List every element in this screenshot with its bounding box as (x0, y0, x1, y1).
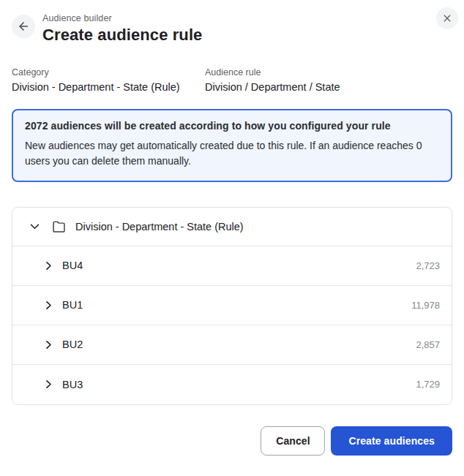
tree-row[interactable]: BU2 2,857 (12, 325, 452, 365)
audience-rule-column: Audience rule Division / Department / St… (205, 67, 398, 93)
tree-row-label: BU3 (62, 379, 83, 390)
tree-row[interactable]: BU1 11,978 (12, 286, 452, 325)
audience-tree: Division - Department - State (Rule) BU4… (12, 207, 452, 405)
audience-rule-label: Audience rule (205, 67, 398, 78)
chevron-right-icon[interactable] (43, 260, 54, 271)
dialog-header: Audience builder Create audience rule (12, 13, 452, 51)
tree-row-count: 1,729 (416, 379, 440, 390)
create-audiences-button[interactable]: Create audiences (331, 426, 452, 456)
tree-rows: BU4 2,723 BU1 11,978 BU2 2,857 BU3 1,729 (12, 246, 452, 404)
breadcrumb: Audience builder (42, 13, 452, 23)
arrow-left-icon (17, 20, 30, 33)
tree-row-count: 2,857 (416, 339, 440, 350)
dialog-footer: Cancel Create audiences (12, 426, 452, 456)
rule-summary: Category Division - Department - State (… (12, 67, 452, 93)
tree-root-row[interactable]: Division - Department - State (Rule) (12, 208, 452, 246)
category-column: Category Division - Department - State (… (12, 67, 205, 93)
chevron-right-icon[interactable] (43, 339, 54, 350)
folder-icon (51, 219, 67, 234)
tree-row[interactable]: BU3 1,729 (12, 365, 452, 404)
tree-row-label: BU4 (62, 260, 83, 271)
audience-rule-value: Division / Department / State (205, 81, 398, 93)
info-banner-body: New audiences may get automatically crea… (25, 138, 439, 170)
back-button[interactable] (12, 15, 35, 38)
chevron-right-icon[interactable] (43, 379, 54, 390)
tree-row-count: 11,978 (411, 300, 440, 311)
close-button[interactable] (436, 7, 458, 29)
info-banner-title: 2072 audiences will be created according… (25, 120, 439, 132)
category-value: Division - Department - State (Rule) (12, 81, 205, 93)
header-text: Audience builder Create audience rule (42, 13, 452, 45)
tree-root-label: Division - Department - State (Rule) (75, 221, 244, 233)
category-label: Category (12, 67, 205, 78)
tree-row-label: BU2 (62, 339, 83, 350)
tree-row-label: BU1 (62, 299, 83, 311)
tree-row[interactable]: BU4 2,723 (12, 246, 452, 286)
chevron-down-icon[interactable] (29, 220, 41, 233)
create-audience-rule-dialog: Audience builder Create audience rule Ca… (0, 0, 464, 456)
info-banner: 2072 audiences will be created according… (12, 109, 452, 182)
cancel-button[interactable]: Cancel (261, 426, 325, 456)
close-icon (441, 12, 453, 24)
tree-row-count: 2,723 (416, 260, 440, 271)
page-title: Create audience rule (42, 26, 452, 45)
chevron-right-icon[interactable] (43, 300, 54, 311)
